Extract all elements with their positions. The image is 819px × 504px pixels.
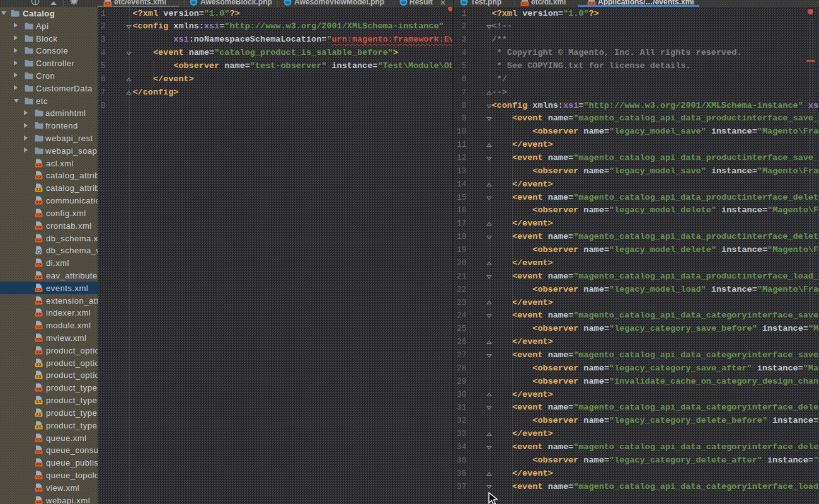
- svg-text:<>: <>: [36, 462, 42, 467]
- svg-text:<>: <>: [36, 176, 42, 180]
- svg-text:<>: <>: [36, 438, 42, 442]
- svg-text:XS: XS: [36, 400, 42, 404]
- svg-text:<>: <>: [36, 163, 42, 168]
- svg-text:<>: <>: [36, 275, 42, 280]
- svg-text:<>: <>: [36, 200, 42, 205]
- svg-text:<>: <>: [36, 226, 42, 230]
- svg-text:<>: <>: [36, 238, 42, 243]
- svg-text:<>: <>: [36, 313, 42, 318]
- svg-text:<>: <>: [36, 350, 42, 355]
- svg-text:<>: <>: [36, 388, 42, 392]
- svg-text:<>: <>: [36, 338, 42, 342]
- svg-text:<>: <>: [36, 263, 42, 267]
- svg-text:XS: XS: [36, 188, 42, 193]
- svg-text:<>: <>: [36, 475, 42, 479]
- svg-text:<>: <>: [36, 500, 42, 504]
- svg-text:<>: <>: [36, 326, 42, 330]
- svg-text:XS: XS: [36, 363, 42, 367]
- svg-text:XS: XS: [36, 413, 42, 417]
- svg-text:XS: XS: [36, 375, 42, 380]
- svg-text:<>: <>: [36, 488, 42, 492]
- svg-text:<>: <>: [36, 450, 42, 455]
- svg-text:<>: <>: [522, 1, 527, 6]
- svg-text:<>: <>: [36, 213, 42, 217]
- svg-text:XS: XS: [36, 425, 42, 430]
- svg-text:<>: <>: [36, 288, 42, 292]
- svg-text:<>: <>: [36, 301, 42, 305]
